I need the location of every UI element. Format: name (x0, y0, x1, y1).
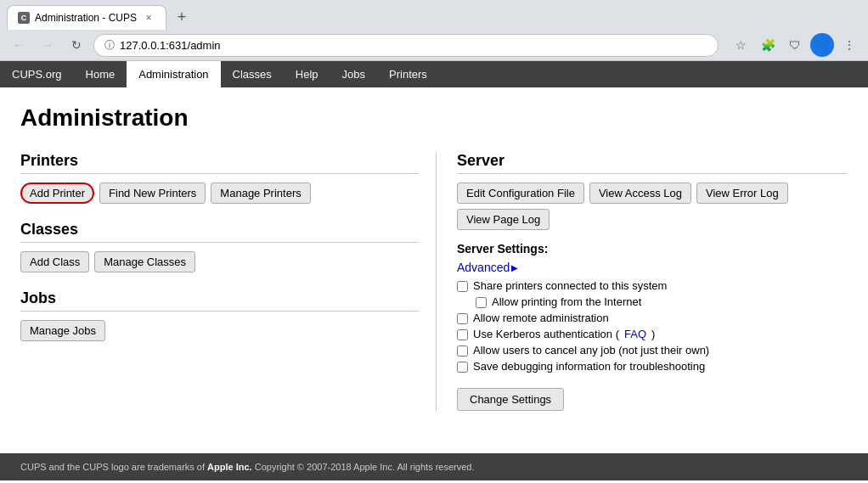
browser-chrome: C Administration - CUPS × + ← → ↻ ⓘ 127.… (0, 0, 868, 61)
kerberos-pre: Use Kerberos authentication ( (473, 328, 619, 340)
classes-button-group: Add Class Manage Classes (20, 251, 419, 272)
debugging-checkbox[interactable] (457, 362, 468, 373)
checkbox-kerberos: Use Kerberos authentication (FAQ) (457, 328, 848, 340)
server-button-group: Edit Configuration File View Access Log … (457, 183, 848, 230)
nav-administration[interactable]: Administration (127, 61, 220, 87)
allow-remote-label: Allow remote administration (473, 312, 609, 324)
nav-jobs[interactable]: Jobs (330, 61, 377, 87)
cancel-any-job-checkbox[interactable] (457, 345, 468, 357)
star-button[interactable]: ☆ (729, 33, 752, 57)
tab-bar: C Administration - CUPS × + (0, 0, 868, 30)
checkbox-cancel-any-job: Allow users to cancel any job (not just … (457, 344, 848, 357)
checkbox-share-printers: Share printers connected to this system (457, 279, 848, 292)
shield-icon[interactable]: 🛡 (783, 33, 807, 57)
footer-brand: Apple Inc. (207, 462, 252, 472)
right-column: Server Edit Configuration File View Acce… (437, 152, 848, 411)
checkbox-allow-internet: Allow printing from the Internet (476, 295, 848, 308)
tab-title: Administration - CUPS (35, 12, 137, 24)
nav-cupsorg[interactable]: CUPS.org (0, 61, 74, 87)
edit-configuration-file-button[interactable]: Edit Configuration File (457, 183, 584, 204)
add-printer-button[interactable]: Add Printer (20, 183, 94, 204)
extensions-icon[interactable]: 🧩 (756, 33, 780, 57)
allow-remote-checkbox[interactable] (457, 313, 468, 324)
share-printers-checkbox[interactable] (457, 281, 468, 292)
printers-section-title: Printers (20, 152, 419, 174)
new-tab-button[interactable]: + (170, 6, 194, 30)
kerberos-faq-link[interactable]: FAQ (624, 328, 646, 340)
kerberos-checkbox[interactable] (457, 329, 468, 340)
advanced-arrow-icon: ▶ (511, 263, 518, 272)
page-footer: CUPS and the CUPS logo are trademarks of… (0, 453, 868, 480)
server-settings-label: Server Settings: (457, 242, 848, 256)
allow-internet-checkbox[interactable] (476, 297, 487, 308)
add-class-button[interactable]: Add Class (20, 251, 89, 272)
back-button[interactable]: ← (7, 33, 31, 57)
view-page-log-button[interactable]: View Page Log (457, 209, 550, 230)
server-settings-list: Share printers connected to this system … (457, 279, 848, 373)
reload-button[interactable]: ↻ (65, 33, 88, 57)
page-content: Administration Printers Add Printer Find… (0, 87, 868, 428)
checkbox-debugging: Save debugging information for troublesh… (457, 360, 848, 373)
menu-button[interactable]: ⋮ (837, 33, 861, 57)
page-title: Administration (20, 104, 848, 132)
manage-printers-button[interactable]: Manage Printers (211, 183, 310, 204)
nav-help[interactable]: Help (284, 61, 330, 87)
server-section-title: Server (457, 152, 848, 174)
allow-internet-label: Allow printing from the Internet (492, 295, 641, 308)
classes-section-title: Classes (20, 221, 419, 243)
advanced-label: Advanced (457, 261, 510, 274)
find-new-printers-button[interactable]: Find New Printers (99, 183, 206, 204)
tab-favicon: C (18, 12, 30, 24)
jobs-button-group: Manage Jobs (20, 320, 419, 341)
profile-button[interactable]: 👤 (810, 33, 834, 57)
kerberos-post: ) (651, 328, 655, 340)
footer-text-post: Copyright © 2007-2018 Apple Inc. All rig… (252, 462, 475, 472)
view-access-log-button[interactable]: View Access Log (589, 183, 691, 204)
cups-nav: CUPS.org Home Administration Classes Hel… (0, 61, 868, 87)
view-error-log-button[interactable]: View Error Log (696, 183, 788, 204)
change-settings-button[interactable]: Change Settings (457, 388, 564, 411)
footer-text-pre: CUPS and the CUPS logo are trademarks of (20, 462, 207, 472)
nav-classes[interactable]: Classes (221, 61, 284, 87)
cancel-any-job-label: Allow users to cancel any job (not just … (473, 344, 709, 357)
checkbox-allow-remote: Allow remote administration (457, 312, 848, 324)
url-bar[interactable]: ⓘ 127.0.0.1:631/admin (93, 34, 719, 57)
printers-button-group: Add Printer Find New Printers Manage Pri… (20, 183, 419, 204)
address-bar: ← → ↻ ⓘ 127.0.0.1:631/admin ☆ 🧩 🛡 👤 ⋮ (0, 30, 868, 60)
active-tab: C Administration - CUPS × (7, 5, 166, 30)
manage-jobs-button[interactable]: Manage Jobs (20, 320, 105, 341)
nav-printers[interactable]: Printers (377, 61, 439, 87)
tab-close-button[interactable]: × (142, 11, 155, 25)
url-lock-icon: ⓘ (104, 38, 115, 53)
debugging-label: Save debugging information for troublesh… (473, 360, 705, 373)
url-text: 127.0.0.1:631/admin (120, 39, 221, 52)
advanced-link[interactable]: Advanced ▶ (457, 261, 518, 274)
manage-classes-button[interactable]: Manage Classes (94, 251, 195, 272)
forward-button[interactable]: → (36, 33, 59, 57)
share-printers-label: Share printers connected to this system (473, 279, 667, 292)
nav-home[interactable]: Home (74, 61, 127, 87)
jobs-section-title: Jobs (20, 289, 419, 312)
left-column: Printers Add Printer Find New Printers M… (20, 152, 437, 411)
toolbar-right: ☆ 🧩 🛡 👤 ⋮ (729, 33, 861, 57)
two-column-layout: Printers Add Printer Find New Printers M… (20, 152, 848, 411)
